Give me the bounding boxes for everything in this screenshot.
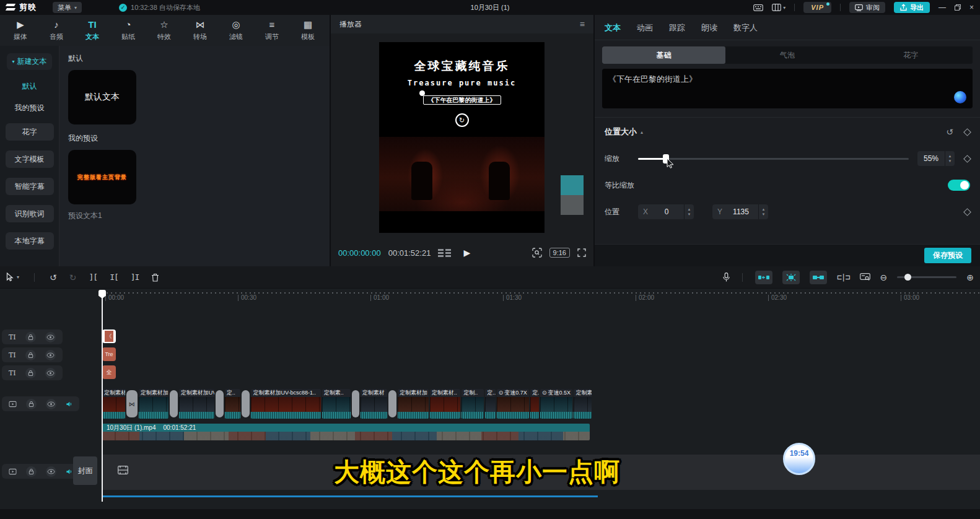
window-minimize-button[interactable]: — [938, 3, 946, 12]
lock-icon[interactable] [26, 399, 37, 409]
main-video-track[interactable]: 10月30日 (1).mp4 00:01:52:21 [102, 424, 590, 440]
record-voiceover-icon[interactable] [723, 273, 730, 282]
sidebar-item-我的预设[interactable]: 我的预设 [15, 103, 45, 113]
cover-button[interactable]: 封面 [73, 456, 97, 485]
default-text-card[interactable]: 默认文本 [68, 70, 136, 124]
position-y-field[interactable]: Y 1135 [712, 204, 758, 219]
eye-icon[interactable] [45, 368, 56, 378]
video-clip[interactable]: 定制.. [462, 389, 484, 419]
timer-bubble[interactable]: 19:54 [783, 443, 815, 475]
keyframe-diamond-icon[interactable] [963, 155, 971, 163]
video-clip[interactable]: 定制素材加.. [139, 389, 168, 419]
eye-icon[interactable] [45, 332, 56, 342]
sidebar-group-new-text[interactable]: ▾新建文本 [7, 53, 51, 70]
timeline-ruler[interactable] [102, 292, 980, 294]
select-tool-button[interactable]: ▾ [6, 273, 19, 282]
menu-button[interactable]: 菜单 ▾ [53, 2, 82, 13]
text-clip-1[interactable]: 《 [102, 329, 116, 343]
transition-marker[interactable] [352, 390, 359, 417]
video-overlay-caption-box[interactable]: 《下午在巴黎的街道上》 [423, 94, 501, 105]
sidebar-item-默认[interactable]: 默认 [22, 81, 37, 92]
video-clip[interactable]: 定制素材加 [398, 389, 429, 419]
window-restore-button[interactable] [955, 4, 961, 11]
redo-button[interactable]: ↻ [69, 273, 77, 282]
layout-switch-icon[interactable]: ▾ [772, 4, 785, 11]
eye-icon[interactable] [46, 466, 56, 477]
media-tab-模板[interactable]: ▦模板 [290, 19, 326, 41]
transition-marker[interactable] [170, 390, 178, 417]
media-tab-转场[interactable]: ⋈转场 [182, 19, 218, 41]
inspector-subtab-基础[interactable]: 基础 [602, 46, 725, 64]
speaker-icon[interactable] [66, 468, 72, 475]
transition-marker[interactable] [216, 390, 224, 417]
frame-view-icon[interactable] [438, 249, 451, 257]
transition-marker[interactable] [388, 390, 396, 417]
preview-axis-icon[interactable] [860, 273, 870, 281]
inspector-tab-动画[interactable]: 动画 [637, 22, 653, 33]
scale-slider[interactable] [638, 158, 909, 160]
scale-stepper[interactable]: ▲▼ [945, 151, 955, 166]
keyframe-diamond-icon[interactable] [963, 208, 971, 216]
timeline-scrollbar-area[interactable] [0, 509, 980, 519]
window-close-button[interactable]: × [969, 3, 974, 12]
preview-canvas[interactable]: 全球宝藏纯音乐 Treasure pure music 《下午在巴黎的街道上》 … [379, 42, 545, 233]
transition-marker[interactable]: ⋈ [126, 390, 138, 417]
position-x-field[interactable]: X 0 [638, 204, 684, 219]
inspector-tab-跟踪[interactable]: 跟踪 [669, 22, 685, 33]
zoom-out-icon[interactable]: ⊖ [880, 273, 888, 282]
review-button[interactable]: 审阅 [849, 2, 885, 13]
position-y-stepper[interactable]: ▲▼ [758, 204, 768, 219]
video-clip[interactable]: 定.. [530, 389, 539, 419]
lock-icon[interactable] [26, 466, 37, 477]
eye-icon[interactable] [46, 399, 56, 409]
eye-icon[interactable] [45, 350, 56, 360]
media-tab-贴纸[interactable]: ◔贴纸 [110, 19, 146, 41]
media-tab-调节[interactable]: ≡调节 [254, 19, 290, 41]
delete-button[interactable] [151, 273, 159, 282]
mirror-split-icon[interactable]: ⊏|⊐ [837, 273, 849, 282]
video-clip[interactable]: 定制素.. [322, 389, 351, 419]
play-button[interactable]: ▶ [463, 248, 470, 258]
magnetic-snap-toggle[interactable] [782, 271, 800, 284]
media-tab-文本[interactable]: TI文本 [74, 19, 110, 41]
keyframe-diamond-icon[interactable] [963, 128, 971, 136]
sidebar-item-文字模板[interactable]: 文字模板 [6, 150, 54, 168]
trim-right-button[interactable]: ]I [131, 273, 139, 282]
fullscreen-icon[interactable] [577, 248, 586, 257]
export-button[interactable]: 导出 [894, 2, 930, 13]
video-clip[interactable]: 定制素材.. [430, 389, 461, 419]
trim-left-button[interactable]: I[ [110, 273, 118, 282]
inspector-tab-朗读[interactable]: 朗读 [701, 22, 717, 33]
media-tab-特效[interactable]: ☆特效 [146, 19, 182, 41]
text-content-input[interactable]: 《下午在巴黎的街道上》 [602, 69, 973, 108]
uniform-scale-toggle[interactable] [948, 180, 970, 191]
preset-text-card[interactable]: 完整版看主页背景 [68, 150, 136, 204]
video-clip[interactable]: 定制素材加UV [179, 389, 214, 419]
transition-marker[interactable] [242, 390, 250, 417]
media-tab-媒体[interactable]: ▶媒体 [2, 19, 38, 41]
speed-clip[interactable]: ⊙变速0.5X [540, 389, 572, 419]
preview-quality-icon[interactable] [532, 248, 542, 258]
lock-icon[interactable] [25, 332, 36, 342]
save-preset-button[interactable]: 保存预设 [924, 248, 971, 263]
undo-button[interactable]: ↺ [50, 273, 57, 282]
timeline-zoom-handle[interactable] [904, 274, 911, 281]
player-menu-icon[interactable]: ≡ [580, 19, 585, 29]
video-clip[interactable]: 定制素材加UV-bcsc88-1.. [251, 389, 320, 419]
media-tab-音频[interactable]: ♪音频 [38, 19, 74, 41]
aspect-ratio-button[interactable]: 9:16 [549, 248, 570, 258]
timeline-zoom-slider[interactable] [897, 276, 956, 278]
text-style-sphere-icon[interactable] [954, 91, 966, 103]
sidebar-item-智能字幕[interactable]: 智能字幕 [6, 178, 54, 195]
link-clips-toggle[interactable] [810, 271, 827, 284]
shortcut-keyboard-icon[interactable] [753, 4, 763, 11]
video-clip[interactable]: 定制素材 [102, 389, 125, 419]
zoom-in-icon[interactable]: ⊕ [966, 273, 974, 282]
sidebar-item-识别歌词[interactable]: 识别歌词 [6, 205, 54, 222]
video-clip[interactable]: 定.. [225, 389, 241, 419]
auto-ripple-toggle[interactable] [755, 271, 772, 284]
vip-button[interactable]: VIP [803, 2, 831, 13]
lock-icon[interactable] [25, 350, 36, 360]
speaker-icon[interactable] [66, 401, 72, 408]
sidebar-item-花字[interactable]: 花字 [6, 123, 54, 141]
